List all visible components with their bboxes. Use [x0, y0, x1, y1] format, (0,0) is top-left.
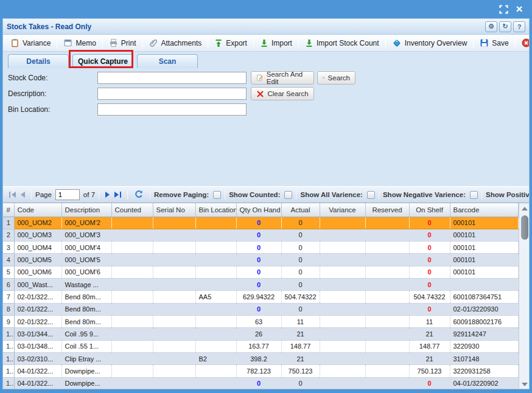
- column-header-on-shelf[interactable]: On Shelf: [409, 203, 450, 217]
- show-negative-varience-checkbox[interactable]: [470, 191, 478, 199]
- help-icon[interactable]: ?: [513, 21, 525, 32]
- close-icon[interactable]: ×: [514, 4, 525, 15]
- import-button[interactable]: Import: [256, 37, 296, 49]
- cell-bin: [195, 229, 236, 241]
- import-stock-count-button[interactable]: Import Stock Count: [301, 37, 383, 49]
- page-label: Page: [35, 191, 52, 198]
- scroll-up-icon[interactable]: [519, 203, 530, 214]
- close-button[interactable]: Close: [518, 37, 529, 49]
- cell-qty: 26: [236, 328, 281, 340]
- column-header-serial-no[interactable]: Serial No: [153, 203, 195, 217]
- column-header-variance[interactable]: Variance: [320, 203, 365, 217]
- cell-barcode: 000101: [450, 242, 518, 254]
- remove-paging-checkbox[interactable]: [213, 191, 221, 199]
- stock-code-input[interactable]: [97, 72, 247, 84]
- cell-bin: B2: [195, 352, 236, 364]
- cell-qty: 0: [236, 377, 281, 389]
- column-header-qty-on-hand[interactable]: Qty On Hand: [236, 203, 281, 217]
- inventory-overview-button[interactable]: Inventory Overview: [388, 37, 471, 50]
- column-header-reserved[interactable]: Reserved: [365, 203, 409, 217]
- cell-counted: [111, 217, 153, 229]
- attachments-button[interactable]: Attachments: [145, 37, 206, 49]
- save-icon: [480, 38, 489, 47]
- cell-barcode: 04-01/3220902: [450, 377, 518, 389]
- column-header-code[interactable]: Code: [14, 203, 61, 217]
- next-page-icon[interactable]: [103, 190, 112, 199]
- table-row[interactable]: 1..03-02/310...Clip Etray ...B2398.22121…: [3, 352, 518, 364]
- first-page-icon[interactable]: [7, 190, 18, 199]
- cell-shelf: 0: [409, 279, 450, 291]
- cell-actual: 0: [281, 279, 320, 291]
- memo-button[interactable]: Memo: [60, 37, 99, 49]
- column-header--[interactable]: #: [3, 203, 14, 217]
- column-header-bin-location[interactable]: Bin Location: [195, 203, 236, 217]
- print-button[interactable]: Print: [105, 37, 140, 49]
- table-row[interactable]: 1000_UOM2000_UOM'2000000101: [3, 217, 518, 229]
- column-header-barcode[interactable]: Barcode: [450, 203, 518, 217]
- cell-shelf: 21: [409, 352, 450, 364]
- table-row[interactable]: 1..03-01/348...Coil .55 1...163.77148.77…: [3, 340, 518, 352]
- description-input[interactable]: [97, 88, 247, 100]
- clear-x-icon: [256, 90, 264, 98]
- table-row[interactable]: 4000_UOM5000_UOM'5000000101: [3, 254, 518, 266]
- cell-variance: [320, 352, 365, 364]
- cell-counted: [111, 365, 153, 377]
- table-row[interactable]: 3000_UOM4000_UOM'4000000101: [3, 242, 518, 254]
- cell-variance: [320, 340, 365, 352]
- save-button[interactable]: Save: [476, 37, 512, 49]
- last-page-icon[interactable]: [112, 190, 124, 199]
- tab-scan[interactable]: Scan: [137, 54, 198, 68]
- cell-shelf: 0: [409, 254, 450, 266]
- cell-desc: 000_UOM'3: [61, 229, 111, 241]
- cell-num: 1..: [3, 340, 14, 352]
- table-row[interactable]: 5000_UOM6000_UOM'6000000101: [3, 266, 518, 278]
- cell-code: 000_UOM2: [14, 217, 61, 229]
- table-row[interactable]: 2000_UOM3000_UOM'3000000101: [3, 229, 518, 241]
- cell-variance: [320, 229, 365, 241]
- show-all-varience-checkbox[interactable]: [367, 191, 375, 199]
- cell-shelf: 0: [409, 266, 450, 278]
- tab-details[interactable]: Details: [8, 54, 69, 68]
- column-header-counted[interactable]: Counted: [111, 203, 153, 217]
- column-header-actual[interactable]: Actual: [281, 203, 320, 217]
- search-button[interactable]: Search: [317, 71, 355, 85]
- cell-actual: 0: [281, 229, 320, 241]
- table-row[interactable]: 1..04-01/322...Downpipe...782.123750.123…: [3, 365, 518, 377]
- settings-gear-icon[interactable]: ⚙: [485, 21, 497, 32]
- table-row[interactable]: 802-01/322...Bend 80m...00002-01/3220930: [3, 303, 518, 315]
- table-header-row: #CodeDescriptionCountedSerial NoBin Loca…: [3, 203, 518, 217]
- export-button[interactable]: Export: [211, 37, 251, 49]
- table-row[interactable]: 902-01/322...Bend 80m...6311116009188002…: [3, 316, 518, 328]
- cell-desc: 000_UOM'2: [61, 217, 111, 229]
- table-row[interactable]: 6000_Wast...Wastage ...000: [3, 279, 518, 291]
- variance-button[interactable]: Variance: [7, 37, 54, 49]
- scrollbar-thumb[interactable]: [521, 215, 528, 240]
- cell-barcode: 000101: [450, 254, 518, 266]
- tab-quick-capture[interactable]: Quick Capture: [72, 54, 133, 68]
- bin-location-input[interactable]: [97, 103, 247, 116]
- cell-qty: 0: [236, 266, 281, 278]
- refresh-icon[interactable]: ↻: [499, 21, 511, 32]
- scroll-down-icon[interactable]: [519, 380, 530, 389]
- refresh-grid-icon[interactable]: [131, 189, 146, 201]
- clear-search-button[interactable]: Clear Search: [251, 87, 314, 100]
- prev-page-icon[interactable]: [18, 190, 27, 199]
- table-row[interactable]: 1..03-01/344...Coil .95 9...262121929114…: [3, 328, 518, 340]
- cell-actual: 0: [281, 377, 320, 389]
- show-counted-checkbox[interactable]: [284, 191, 292, 199]
- page-input[interactable]: [55, 189, 80, 200]
- cell-code: 02-01/322...: [14, 316, 61, 328]
- table-row[interactable]: 1..04-01/322...Downpipe...00004-01/32209…: [3, 377, 518, 389]
- fullscreen-icon[interactable]: [498, 4, 509, 15]
- cell-qty: 0: [236, 254, 281, 266]
- column-header-description[interactable]: Description: [61, 203, 111, 217]
- search-and-edit-button[interactable]: Search And Edit: [251, 71, 314, 85]
- cell-variance: [320, 365, 365, 377]
- vertical-scrollbar[interactable]: [519, 203, 530, 389]
- cell-counted: [111, 352, 153, 364]
- cell-reserved: [365, 352, 409, 364]
- cell-qty: 0: [236, 242, 281, 254]
- table-row[interactable]: 702-01/322...Bend 80m...AA5629.94322504.…: [3, 291, 518, 303]
- cell-barcode: 929114247: [450, 328, 518, 340]
- cell-shelf: 0: [409, 242, 450, 254]
